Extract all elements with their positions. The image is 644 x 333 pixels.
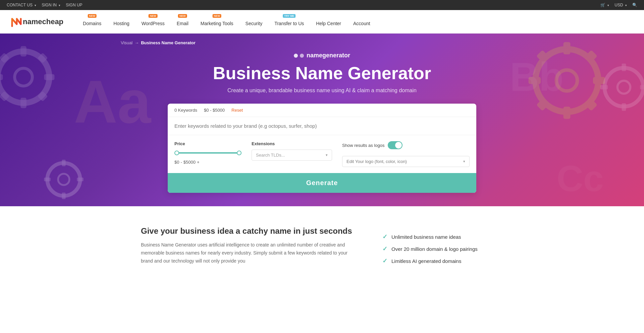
currency-arrow: ▾ [625, 4, 627, 7]
extensions-label: Extensions [252, 141, 332, 146]
svg-rect-18 [564, 42, 571, 54]
nav-email[interactable]: NEW Email [171, 10, 195, 34]
nav-marketing[interactable]: NEW Marketing Tools [195, 10, 239, 34]
topbar-right: 🛒 ▾ USD ▾ 🔍 [600, 3, 637, 7]
cart-arrow: ▾ [607, 4, 609, 7]
logos-toggle[interactable] [388, 141, 402, 149]
svg-rect-28 [622, 64, 626, 71]
contact-us-link[interactable]: CONTACT US ▾ [7, 3, 36, 7]
feature-label-2: Over 20 million domain & logo pairings [391, 246, 478, 252]
feature-item-3: ✓ Limitless AI generated domains [382, 257, 503, 265]
sign-in-link[interactable]: SIGN IN ▾ [42, 3, 60, 7]
logos-label: Show results as logos [342, 143, 384, 148]
bottom-left: Give your business idea a catchy name in… [141, 226, 356, 265]
navbar: namecheap NEW Domains Hosting NEW WordPr… [0, 10, 644, 34]
nav-email-label: Email [177, 21, 189, 26]
topbar: CONTACT US ▾ SIGN IN ▾ SIGN UP 🛒 ▾ USD ▾… [0, 0, 644, 10]
nav-account[interactable]: Account [347, 10, 376, 34]
domains-badge: NEW [88, 14, 97, 18]
nav-transfer-label: Transfer to Us [274, 21, 304, 26]
nav-wordpress-label: WordPress [142, 21, 165, 26]
logos-toggle-row: Show results as logos [342, 141, 470, 149]
contact-us-arrow: ▾ [35, 4, 36, 7]
breadcrumb-parent[interactable]: Visual [121, 40, 132, 45]
breadcrumb-arrow: → [135, 40, 139, 45]
keyword-input[interactable] [168, 117, 476, 135]
feature-label-1: Unlimited business name ideas [391, 234, 461, 240]
brand-dot-2 [300, 54, 304, 58]
price-values: $0 - $5000 + [174, 160, 241, 165]
price-max: $5000 [183, 160, 196, 165]
nav-transfer[interactable]: TRY ME Transfer to Us [268, 10, 310, 34]
price-separator: - [180, 160, 182, 165]
feature-label-3: Limitless AI generated domains [391, 258, 461, 264]
nav-help-label: Help Center [316, 21, 341, 26]
nav-security[interactable]: Security [239, 10, 269, 34]
currency-link[interactable]: USD ▾ [614, 3, 627, 7]
hero-brand-logo [294, 54, 304, 58]
svg-rect-13 [62, 192, 65, 199]
svg-rect-15 [77, 178, 84, 181]
tld-chevron-icon: ▾ [326, 153, 328, 157]
wordpress-badge: NEW [149, 14, 158, 18]
svg-point-1 [15, 68, 33, 86]
check-icon-2: ✓ [382, 245, 387, 253]
hero-banner: Aa Bb Cc Visual → Business Name Generato… [0, 34, 644, 206]
hero-content: namegenerator Business Name Generator Cr… [213, 52, 431, 104]
logo-text: namecheap [23, 17, 63, 26]
logo[interactable]: namecheap [10, 15, 63, 28]
svg-rect-2 [20, 46, 26, 57]
svg-rect-31 [640, 85, 644, 90]
sign-up-link[interactable]: SIGN UP [66, 3, 82, 7]
brand-dot-1 [294, 54, 298, 58]
price-range-label: $0 - $5000 [204, 108, 225, 113]
sign-in-arrow: ▾ [59, 4, 60, 7]
svg-rect-12 [62, 160, 65, 166]
nav-marketing-label: Marketing Tools [201, 21, 233, 26]
svg-point-26 [604, 68, 643, 106]
nav-domains[interactable]: NEW Domains [77, 10, 107, 34]
reset-button[interactable]: Reset [231, 108, 243, 113]
deco-letter-b: Bb [510, 54, 564, 100]
tld-search-dropdown[interactable]: Search TLDs... ▾ [252, 150, 332, 161]
price-group: Price $0 - $5000 + [174, 141, 241, 165]
cart-icon: 🛒 [600, 3, 605, 7]
search-icon: 🔍 [632, 3, 637, 7]
generate-button[interactable]: Generate [168, 173, 476, 193]
breadcrumb: Visual → Business Name Generator [121, 40, 523, 45]
price-slider[interactable] [174, 150, 241, 156]
search-link[interactable]: 🔍 [632, 3, 637, 7]
bottom-right: ✓ Unlimited business name ideas ✓ Over 2… [382, 226, 503, 265]
hero-brand-name: namegenerator [307, 52, 350, 59]
nav-items: NEW Domains Hosting NEW WordPress NEW Em… [77, 10, 634, 34]
gear-right-small [597, 60, 644, 114]
nav-account-label: Account [353, 21, 370, 26]
deco-letter-a: Aa [74, 67, 151, 136]
slider-thumb-left[interactable] [174, 151, 179, 155]
breadcrumb-current: Business Name Generator [141, 40, 196, 45]
nav-hosting[interactable]: Hosting [107, 10, 135, 34]
bottom-desc: Business Name Generator uses artificial … [141, 241, 356, 265]
svg-rect-14 [44, 178, 51, 181]
cart-link[interactable]: 🛒 ▾ [600, 3, 609, 7]
hero-brand: namegenerator [213, 52, 431, 59]
card-top-bar: 0 Keywords $0 - $5000 Reset [168, 104, 476, 117]
price-label: Price [174, 141, 241, 146]
logo-editor-dropdown[interactable]: Edit Your logo (font, color, icon) ▾ [342, 156, 470, 167]
slider-thumb-right[interactable] [237, 151, 241, 155]
nav-hosting-label: Hosting [113, 21, 129, 26]
nav-wordpress[interactable]: NEW WordPress [136, 10, 171, 34]
email-badge: NEW [178, 14, 187, 18]
hero-subtitle: Create a unique, brandable business name… [213, 88, 431, 94]
feature-list: ✓ Unlimited business name ideas ✓ Over 2… [382, 226, 503, 265]
extensions-group: Extensions Search TLDs... ▾ [252, 141, 332, 161]
price-plus: + [197, 160, 200, 165]
marketing-badge: NEW [212, 14, 221, 18]
svg-point-27 [618, 81, 630, 94]
nav-help[interactable]: Help Center [310, 10, 347, 34]
bottom-title: Give your business idea a catchy name in… [141, 226, 356, 236]
nav-security-label: Security [246, 21, 263, 26]
svg-point-11 [58, 174, 69, 185]
topbar-left: CONTACT US ▾ SIGN IN ▾ SIGN UP [7, 3, 83, 7]
card-options: Price $0 - $5000 + Extensions [168, 135, 476, 173]
